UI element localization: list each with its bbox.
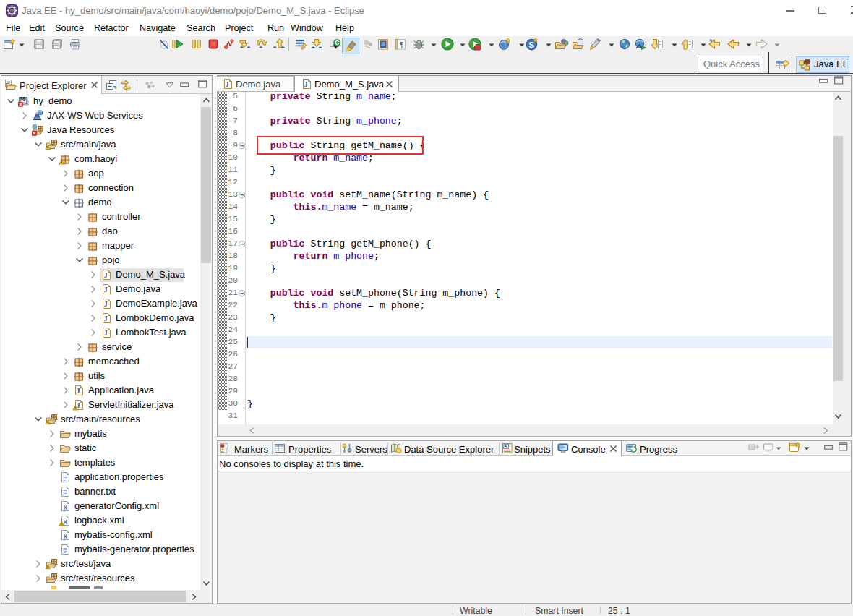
svg-text:S: S	[529, 40, 535, 49]
svg-text:J: J	[25, 99, 28, 106]
svg-text:J: J	[76, 387, 80, 395]
svg-text:J: J	[225, 80, 228, 88]
svg-text:J: J	[304, 80, 307, 88]
svg-text:X: X	[64, 504, 68, 511]
svg-text:J: J	[103, 286, 107, 294]
svg-text:X: X	[64, 518, 68, 526]
svg-text:¶: ¶	[400, 40, 404, 48]
svg-text:J: J	[103, 329, 107, 337]
svg-text:J: J	[103, 315, 107, 322]
svg-text:X: X	[64, 533, 68, 540]
svg-text:J: J	[103, 300, 107, 308]
svg-text:J: J	[103, 271, 107, 279]
